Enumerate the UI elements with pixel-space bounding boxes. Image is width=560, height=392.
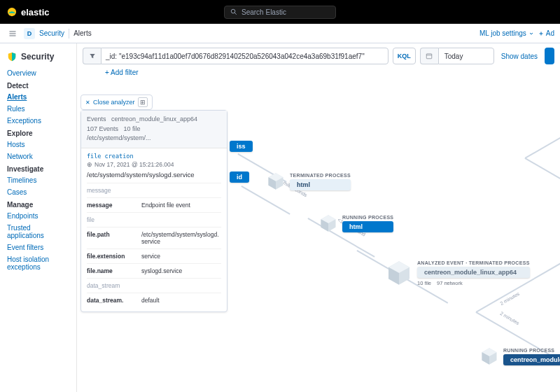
query-language-toggle[interactable]: KQL [393, 48, 416, 64]
date-range[interactable]: Today [438, 48, 494, 64]
cube-icon [385, 259, 413, 287]
event-detail-panel: Events centreon_module_linux_app64 107 E… [80, 110, 227, 312]
panel-process-name: centreon_module_linux_app64 [111, 115, 197, 122]
graph-node[interactable]: RUNNING PROCESScentreon_module [479, 346, 560, 366]
filter-icon [89, 52, 96, 59]
add-filter-link[interactable]: + Add filter [105, 69, 139, 76]
edge-label: 2 minutes [499, 311, 520, 326]
sidebar-item-overview[interactable]: Overview [0, 67, 76, 79]
dataview-picker[interactable] [83, 48, 101, 64]
breadcrumb-security[interactable]: Security [39, 29, 64, 37]
event-kind: file creation [87, 153, 221, 160]
graph-node-analyzed[interactable]: ANALYZED EVENT · TERMINATED PROCESS cent… [385, 259, 530, 287]
svg-rect-3 [426, 54, 432, 59]
panel-event-count: 107 Events [87, 125, 118, 132]
deployment-badge[interactable]: D [24, 28, 35, 39]
panel-head-path: /etc/systemd/system/... [87, 134, 221, 144]
graph-node[interactable]: TERMINATED PROCESShtml [266, 172, 351, 191]
cube-icon [318, 214, 338, 233]
graph-node[interactable]: RUNNING PROCESShtml [318, 214, 393, 233]
breadcrumb-separator [69, 29, 69, 38]
ml-job-settings-link[interactable]: ML job settings [479, 29, 534, 37]
global-search[interactable]: Search Elastic [224, 6, 336, 19]
sidebar-title: Security [0, 49, 76, 67]
event-filepath: /etc/systemd/system/syslogd.service [87, 171, 221, 178]
sidebar-item-alerts[interactable]: Alerts [0, 91, 76, 103]
edge-label: 2 minutes [499, 291, 520, 306]
graph-node[interactable]: id [230, 172, 249, 183]
sidebar-item-rules[interactable]: Rules [0, 103, 76, 115]
sidebar-section-manage: Manage [0, 198, 76, 210]
date-quick-picker[interactable] [420, 48, 438, 64]
analyzer-settings-icon[interactable]: ⊞ [138, 97, 148, 107]
node-stat-network[interactable]: 97 network [437, 280, 463, 286]
breadcrumb-alerts[interactable]: Alerts [74, 29, 92, 37]
field-value: Endpoint file event [141, 202, 221, 209]
calendar-icon [426, 52, 433, 59]
sidebar-item-endpoints[interactable]: Endpoints [0, 210, 76, 222]
sidebar-item-network[interactable]: Network [0, 150, 76, 162]
svg-line-2 [234, 13, 237, 15]
search-placeholder: Search Elastic [241, 8, 286, 16]
sidebar: Security Overview Detect Alerts Rules Ex… [0, 43, 77, 392]
chevron-down-icon [528, 31, 534, 36]
sidebar-item-cases[interactable]: Cases [0, 186, 76, 198]
field-value: default [141, 297, 221, 304]
graph-node[interactable]: iss [230, 141, 253, 152]
sidebar-item-event-filters[interactable]: Event filters [0, 241, 76, 253]
field-key: file.path [87, 231, 141, 245]
sidebar-item-exceptions[interactable]: Exceptions [0, 115, 76, 127]
field-key: file.extension [87, 253, 141, 260]
sidebar-item-host-isolation[interactable]: Host isolation exceptions [0, 253, 76, 273]
elastic-logo-icon [7, 7, 17, 17]
brand-logo[interactable]: elastic [7, 7, 49, 18]
svg-point-1 [231, 9, 235, 13]
sidebar-section-explore: Explore [0, 127, 76, 139]
cube-icon [266, 172, 286, 191]
resolver-graph[interactable]: 164 milliseconds <1 millisecond 2 minute… [77, 80, 560, 382]
field-value: /etc/systemd/system/syslogd.service [141, 231, 221, 245]
security-app-icon [7, 52, 17, 62]
close-analyzer-button[interactable]: ✕ Close analyzer ⊞ [80, 94, 153, 110]
event-timestamp: ⊕Nov 17, 2021 @ 15:21:26.004 [87, 161, 221, 168]
refresh-button[interactable] [545, 48, 554, 64]
node-stat-file[interactable]: 10 file [417, 280, 431, 286]
search-icon [230, 8, 237, 15]
panel-events-label: Events [87, 115, 106, 122]
brand-name: elastic [21, 7, 49, 18]
field-value: service [141, 253, 221, 260]
cube-icon [479, 346, 499, 366]
field-key: file.name [87, 267, 141, 274]
menu-icon [8, 29, 17, 38]
show-dates-link[interactable]: Show dates [498, 52, 540, 60]
sidebar-item-timelines[interactable]: Timelines [0, 174, 76, 186]
sidebar-section-detect: Detect [0, 79, 76, 91]
field-key: message [87, 202, 141, 209]
nav-toggle[interactable] [6, 27, 20, 41]
panel-bucket: 10 file [124, 125, 141, 132]
field-value: syslogd.service [141, 267, 221, 274]
sidebar-item-trusted-apps[interactable]: Trusted applications [0, 222, 76, 241]
sidebar-item-hosts[interactable]: Hosts [0, 139, 76, 150]
field-key: data_stream. [87, 297, 141, 304]
plus-icon [538, 31, 544, 36]
sidebar-section-investigate: Investigate [0, 162, 76, 174]
query-input[interactable]: _id: "e193c94af11d1a00ef7d0676d829140252… [101, 48, 388, 64]
add-integrations-link[interactable]: Ad [538, 29, 554, 37]
